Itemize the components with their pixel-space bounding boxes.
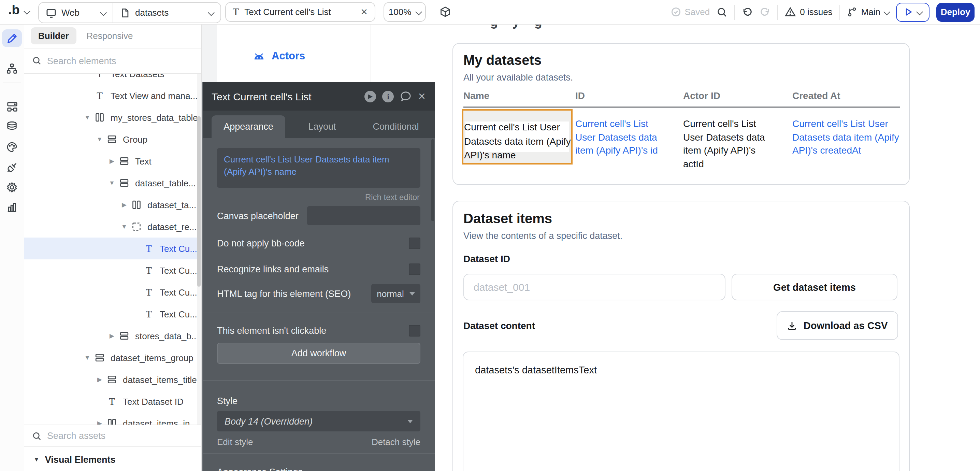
add-workflow-button[interactable]: Add workflow (217, 343, 420, 364)
plugins-plug-icon[interactable] (0, 157, 24, 177)
backend-blocks-icon[interactable] (0, 96, 24, 117)
column-header-actor-id[interactable]: Actor ID (683, 90, 720, 101)
my-datasets-title[interactable]: My datasets (463, 53, 541, 68)
cell-actor-id[interactable]: Current cell's List User Datasets data i… (683, 118, 776, 171)
tab-responsive[interactable]: Responsive (79, 27, 141, 45)
tree-item-text-view-and-mana-[interactable]: TText View and mana... (24, 84, 201, 107)
page-select[interactable]: datasets (113, 3, 220, 22)
caret-right-icon[interactable]: ▶ (108, 158, 116, 164)
platform-select[interactable]: Web (39, 3, 113, 22)
tree-item-my-stores-data-table[interactable]: ▼my_stores_data_table (24, 107, 201, 128)
zoom-select[interactable]: 100% (383, 2, 426, 22)
detach-style-link[interactable]: Detach style (372, 437, 420, 447)
search-elements-field[interactable]: Search elements (24, 48, 201, 74)
tree-item-text-datasets[interactable]: TText Datasets (24, 74, 201, 84)
rich-text-editor-link[interactable]: Rich text editor (365, 193, 420, 202)
not-clickable-checkbox[interactable] (409, 325, 420, 336)
element-info-icon[interactable]: i (382, 91, 394, 102)
tree-item-dataset-items-group[interactable]: ▼dataset_items_group (24, 347, 201, 369)
tree-item-dataset-ta-[interactable]: ▶dataset_ta... (24, 194, 201, 216)
inspector-header[interactable]: Text Current cell's List ▶ i ✕ (203, 82, 435, 111)
element-play-icon[interactable]: ▶ (365, 91, 376, 102)
tree-item-dataset-items-in-[interactable]: ▶dataset_items_in... (24, 412, 201, 425)
caret-right-icon[interactable]: ▶ (120, 201, 128, 208)
undo-icon[interactable] (742, 6, 753, 18)
nav-item-actors[interactable]: Actors (253, 50, 305, 62)
my-datasets-card[interactable]: My datasets All your available datasets.… (452, 43, 910, 185)
dataset-content-text[interactable]: datasets's datasetItemsText (475, 364, 597, 376)
html-tag-select[interactable]: normal (371, 284, 420, 303)
column-header-id[interactable]: ID (575, 90, 585, 101)
styles-palette-icon[interactable] (0, 137, 24, 157)
component-cube-icon[interactable] (439, 6, 451, 18)
property-inspector[interactable]: Text Current cell's List ▶ i ✕ Appearanc… (202, 82, 435, 471)
dataset-content-box[interactable]: datasets's datasetItemsText (463, 352, 899, 471)
design-pencil-icon[interactable] (0, 28, 24, 48)
visual-elements-section[interactable]: ▼ Visual Elements (24, 448, 201, 471)
logs-chart-icon[interactable] (0, 197, 24, 217)
tab-close-icon[interactable]: ✕ (360, 7, 368, 17)
search-icon[interactable] (717, 6, 727, 18)
tree-item-dataset-items-title[interactable]: ▶dataset_items_title (24, 369, 201, 390)
workflow-sitemap-icon[interactable] (0, 58, 24, 78)
tab-builder[interactable]: Builder (31, 27, 76, 45)
tree-item-text[interactable]: ▶Text (24, 150, 201, 172)
dataset-content-label[interactable]: Dataset content (463, 320, 535, 331)
caret-right-icon[interactable]: ▶ (108, 333, 116, 339)
inspector-scrollbar-thumb[interactable] (431, 139, 434, 221)
style-select[interactable]: Body 14 (Overridden) (217, 411, 420, 431)
my-datasets-subtitle[interactable]: All your available datasets. (463, 72, 573, 83)
edit-style-link[interactable]: Edit style (217, 437, 253, 447)
preview-button[interactable] (896, 2, 929, 22)
bbcode-checkbox[interactable] (409, 237, 420, 249)
tree-item-stores-data-b-[interactable]: ▶stores_data_b... (24, 325, 201, 347)
inspector-close-icon[interactable]: ✕ (418, 91, 426, 102)
tree-item-text-dataset-id[interactable]: TText Dataset ID (24, 390, 201, 412)
caret-down-icon[interactable]: ▼ (83, 354, 91, 361)
tree-item-text-cu-[interactable]: TText Cu... (24, 259, 201, 281)
tree-scrollbar[interactable] (197, 74, 200, 425)
tab-appearance[interactable]: Appearance (212, 115, 285, 138)
caret-right-icon[interactable]: ▶ (95, 376, 104, 383)
download-csv-button[interactable]: Download as CSV (776, 311, 898, 340)
dataset-id-label[interactable]: Dataset ID (463, 253, 510, 264)
cell-name[interactable]: Current cell's List User Datasets data i… (464, 120, 571, 162)
tree-item-text-cu-[interactable]: TText Cu... (24, 281, 201, 303)
tree-item-text-cu-[interactable]: TText Cu... (24, 237, 201, 259)
column-header-name[interactable]: Name (463, 90, 489, 101)
issues-indicator[interactable]: 0 issues (785, 7, 832, 17)
caret-down-icon[interactable]: ▼ (95, 136, 104, 143)
database-icon[interactable] (0, 116, 24, 137)
element-tab[interactable]: T Text Current cell's List ✕ (225, 2, 375, 22)
tree-item-group[interactable]: ▼Group (24, 128, 201, 150)
caret-down-icon[interactable]: ▼ (83, 114, 91, 121)
tree-scrollbar-thumb[interactable] (197, 116, 200, 287)
dataset-items-subtitle[interactable]: View the contents of a specific dataset. (463, 231, 622, 241)
tab-conditional[interactable]: Conditional (359, 115, 433, 138)
text-expression[interactable]: Current cell's List User Datasets data i… (224, 154, 414, 178)
get-dataset-items-button[interactable]: Get dataset items (732, 274, 897, 300)
cell-id[interactable]: Current cell's List User Datasets data i… (575, 118, 668, 158)
tab-layout[interactable]: Layout (285, 115, 359, 138)
caret-down-icon[interactable]: ▼ (108, 180, 116, 186)
branch-select[interactable]: Main (847, 7, 889, 17)
bubble-logo[interactable]: .b (8, 3, 20, 18)
search-assets-field[interactable]: Search assets (24, 425, 201, 447)
tree-item-dataset-re-[interactable]: ▼dataset_re... (24, 216, 201, 237)
canvas-placeholder-input[interactable] (307, 206, 420, 225)
deploy-button[interactable]: Deploy (936, 2, 975, 22)
tree-item-dataset-table-[interactable]: ▼dataset_table... (24, 172, 201, 194)
cell-created-at[interactable]: Current cell's List User Datasets data i… (792, 118, 903, 158)
dataset-items-card[interactable]: Dataset items View the contents of a spe… (452, 200, 910, 471)
column-header-created-at[interactable]: Created At (792, 90, 840, 101)
comment-bubble-icon[interactable] (400, 91, 412, 102)
tree-item-text-cu-[interactable]: TText Cu... (24, 303, 201, 325)
text-expression-editor[interactable]: Current cell's List User Datasets data i… (217, 148, 420, 188)
selected-text-element[interactable]: Current cell's List User Datasets data i… (462, 109, 573, 164)
caret-right-icon[interactable]: ▶ (95, 420, 104, 425)
dataset-items-title[interactable]: Dataset items (463, 211, 552, 227)
caret-down-icon[interactable]: ▼ (120, 223, 128, 230)
redo-icon[interactable] (760, 6, 770, 18)
recognize-links-checkbox[interactable] (409, 263, 420, 275)
dataset-id-input[interactable]: dataset_001 (463, 274, 725, 300)
